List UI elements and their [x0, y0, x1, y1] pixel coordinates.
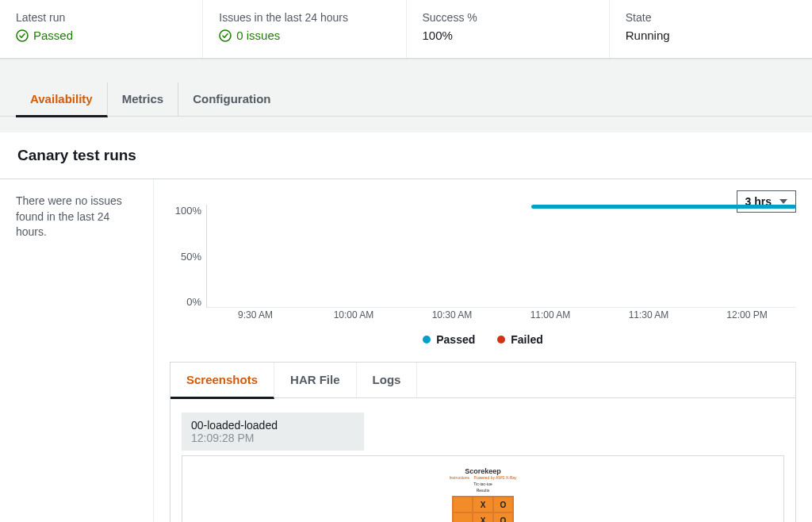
detail-tabs: Screenshots HAR File Logs — [170, 363, 795, 398]
screenshot-time: 12:09:28 PM — [191, 432, 354, 444]
stat-label: State — [626, 11, 796, 24]
screenshot-filename: 00-loaded-loaded — [191, 419, 354, 432]
stat-value-state: Running — [626, 29, 796, 42]
stat-value-text: 0 issues — [236, 29, 280, 42]
x-tick: 11:00 AM — [501, 309, 599, 324]
x-tick: 9:30 AM — [206, 309, 304, 324]
grid-cell: O — [493, 512, 513, 522]
canary-runs-section: Canary test runs There were no issues fo… — [0, 132, 812, 522]
check-circle-icon — [16, 29, 29, 42]
grid-cell: X — [473, 497, 492, 512]
thumb-row: Tic-tac-toe — [404, 482, 562, 486]
thumb-game-grid: X O X O — [452, 496, 514, 522]
runs-chart-column: 3 hrs 100% 50% 0% 9:30 AM 10:00 AM 10:30… — [154, 179, 812, 522]
y-tick: 50% — [170, 251, 201, 263]
screenshot-thumbnail: Scorekeep Instructions Powered by AWS X-… — [190, 464, 776, 522]
passed-data-line — [531, 205, 796, 209]
x-tick: 12:00 PM — [698, 309, 796, 324]
check-circle-icon — [219, 29, 232, 42]
y-tick: 100% — [170, 205, 201, 217]
chevron-down-icon — [779, 199, 787, 204]
grid-cell: O — [493, 497, 513, 512]
grid-cell: X — [473, 512, 492, 522]
legend-item-failed: Failed — [497, 333, 542, 346]
chart-x-axis: 9:30 AM 10:00 AM 10:30 AM 11:00 AM 11:30… — [206, 309, 796, 324]
issues-summary-column: There were no issues found in the last 2… — [0, 179, 154, 522]
grid-cell — [453, 512, 473, 522]
grid-cell — [453, 497, 473, 512]
chart-y-axis: 100% 50% 0% — [170, 205, 206, 308]
legend-label: Passed — [436, 333, 475, 346]
section-header: Canary test runs — [0, 132, 812, 179]
stat-value-passed: Passed — [16, 29, 186, 42]
chart-plot-area[interactable] — [206, 205, 796, 308]
screenshot-thumbnail-frame[interactable]: Scorekeep Instructions Powered by AWS X-… — [182, 455, 784, 522]
tab-availability[interactable]: Availability — [16, 83, 108, 117]
stat-value-text: Passed — [33, 29, 73, 42]
legend-item-passed: Passed — [423, 333, 475, 346]
legend-dot-icon — [497, 336, 505, 344]
tab-har-file[interactable]: HAR File — [274, 363, 357, 397]
stat-state: State Running — [610, 0, 812, 58]
section-title: Canary test runs — [17, 147, 795, 164]
legend-label: Failed — [511, 333, 542, 346]
stat-label: Success % — [423, 11, 593, 24]
no-issues-message: There were no issues found in the last 2… — [16, 194, 137, 240]
screenshot-meta[interactable]: 00-loaded-loaded 12:09:28 PM — [182, 413, 364, 451]
thumb-row: Results — [404, 488, 562, 493]
stat-value-issues: 0 issues — [219, 29, 389, 42]
thumb-title: Scorekeep — [404, 467, 562, 475]
tab-logs[interactable]: Logs — [357, 363, 418, 397]
tab-configuration[interactable]: Configuration — [178, 83, 285, 116]
summary-stats-card: Latest run Passed Issues in the last 24 … — [0, 0, 812, 59]
run-details-panel: Screenshots HAR File Logs 00-loaded-load… — [170, 362, 796, 522]
stat-label: Issues in the last 24 hours — [219, 11, 389, 24]
tab-metrics[interactable]: Metrics — [108, 83, 179, 116]
stat-issues-24h: Issues in the last 24 hours 0 issues — [203, 0, 406, 58]
tab-screenshots[interactable]: Screenshots — [170, 363, 274, 399]
stat-value-success: 100% — [423, 29, 593, 42]
x-tick: 10:00 AM — [304, 309, 403, 324]
legend-dot-icon — [423, 336, 431, 344]
main-tabs: Availability Metrics Configuration — [0, 83, 812, 117]
y-tick: 0% — [170, 296, 201, 308]
stat-label: Latest run — [16, 11, 186, 24]
x-tick: 11:30 AM — [599, 309, 698, 324]
runs-chart: 100% 50% 0% 9:30 AM 10:00 AM 10:30 AM 11… — [170, 205, 796, 324]
thumb-caption: Instructions — [449, 475, 469, 480]
chart-legend: Passed Failed — [170, 333, 796, 346]
stat-success-percent: Success % 100% — [407, 0, 610, 58]
stat-latest-run: Latest run Passed — [0, 0, 203, 58]
thumb-caption: Powered by AWS X-Ray — [474, 475, 517, 480]
x-tick: 10:30 AM — [403, 309, 501, 324]
